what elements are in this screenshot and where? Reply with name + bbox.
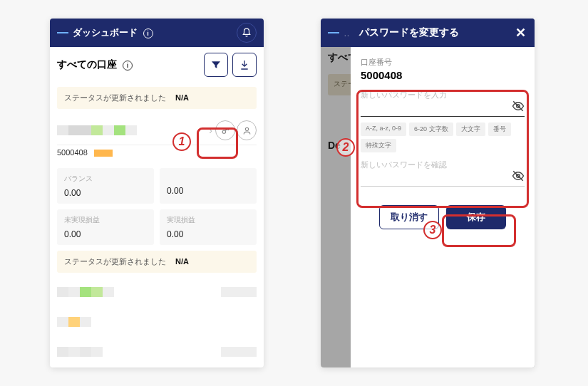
realized-card: 実現損益 0.00 — [160, 209, 257, 245]
unrealized-card: 未実現損益 0.00 — [57, 209, 154, 245]
account-color-blocks — [57, 125, 137, 135]
card-value: 0.00 — [64, 188, 147, 198]
input-placeholder: 新しいパスワードを確認 — [361, 160, 525, 170]
list-item — [57, 277, 257, 307]
status-banner: ステータスが更新されました N/A — [57, 251, 257, 273]
close-icon[interactable]: ✕ — [515, 25, 526, 41]
content-body: ステータスが更新されました N/A › — [50, 87, 264, 367]
button-label: 取り消す — [391, 211, 428, 224]
notifications-button[interactable] — [237, 23, 257, 43]
card-label: バランス — [64, 174, 147, 184]
save-button[interactable]: 保存 — [446, 205, 506, 229]
list-item — [57, 307, 257, 337]
account-number: 5000408 — [361, 69, 525, 81]
metrics-grid: バランス 0.00 0.00 未実現損益 0.00 実現損益 0.00 — [57, 168, 257, 245]
card-value: 0.00 — [167, 229, 249, 239]
change-password-button[interactable] — [215, 120, 235, 140]
input-placeholder: 新しいパスワードを入力 — [361, 90, 525, 100]
account-number-row: 5000408 — [57, 145, 257, 162]
status-banner: ステータスが更新されました N/A — [57, 87, 257, 109]
list-item — [57, 337, 257, 367]
section-title: すべての口座 i — [57, 58, 200, 71]
svg-point-0 — [222, 130, 225, 132]
req-chip: A-Z, a-z, 0-9 — [361, 122, 406, 136]
modal-action-row: 取り消す 保存 — [361, 205, 525, 229]
req-chip: 特殊文字 — [361, 139, 396, 152]
card-label: 実現損益 — [167, 215, 249, 225]
row-blocks — [57, 287, 114, 297]
eye-off-icon[interactable] — [512, 169, 525, 182]
account-tag — [94, 150, 113, 157]
status-value: N/A — [175, 93, 189, 102]
account-row: › — [57, 113, 257, 145]
header-title-text: ダッシュボード — [73, 27, 138, 38]
info-icon[interactable]: i — [143, 28, 153, 38]
filter-button[interactable] — [204, 53, 228, 77]
brand-mark — [57, 32, 68, 33]
row-blocks — [57, 347, 103, 357]
new-password-field[interactable]: 新しいパスワードを入力 — [361, 90, 525, 117]
row-value — [221, 317, 257, 327]
row-value — [221, 347, 257, 357]
status-value: N/A — [175, 257, 189, 266]
chevron-right-icon: › — [209, 125, 212, 136]
header-title: ダッシュボード i — [73, 26, 237, 39]
card-value: 0.00 — [167, 186, 249, 196]
info-icon[interactable]: i — [123, 61, 133, 71]
modal-header: パスワードを変更する ✕ — [351, 19, 535, 47]
card-label: 未実現損益 — [64, 215, 147, 225]
eye-off-icon[interactable] — [512, 100, 525, 113]
account-number: 5000408 — [57, 148, 88, 157]
annotation-marker-1: 1 — [172, 132, 191, 151]
svg-point-1 — [245, 127, 248, 130]
section-header: すべての口座 i — [50, 47, 264, 83]
modal-title: パスワードを変更する — [359, 26, 459, 39]
placeholder-rows — [57, 277, 257, 367]
brand-mark — [328, 32, 339, 33]
annotation-marker-2: 2 — [336, 138, 355, 157]
row-blocks — [57, 317, 91, 327]
balance-card: バランス 0.00 — [57, 168, 154, 204]
annotation-marker-3: 3 — [423, 221, 442, 239]
account-action-button[interactable] — [237, 120, 257, 140]
change-password-sheet: 口座番号 5000408 新しいパスワードを入力 A-Z, a-z, 0-9 6… — [351, 47, 535, 367]
req-chip: 番号 — [488, 122, 511, 136]
button-label: 保存 — [467, 211, 485, 224]
card-label — [167, 174, 249, 182]
req-chip: 6-20 文字数 — [409, 122, 453, 136]
confirm-password-field[interactable]: 新しいパスワードを確認 — [361, 160, 525, 187]
password-requirements: A-Z, a-z, 0-9 6-20 文字数 大文字 番号 特殊文字 — [361, 122, 525, 152]
status-text: ステータスが更新されました — [64, 93, 166, 102]
card-value: 0.00 — [64, 229, 147, 239]
export-button[interactable] — [232, 53, 257, 77]
blank-card: 0.00 — [160, 168, 257, 204]
screenshot-right: … すべて ステー De パスワードを変更する ✕ 口座番号 5000408 新… — [321, 19, 535, 367]
app-header: ダッシュボード i — [50, 19, 264, 47]
req-chip: 大文字 — [456, 122, 485, 136]
screenshot-left: ダッシュボード i すべての口座 i ステータスが更新されました N/A — [50, 19, 264, 367]
status-text: ステータスが更新されました — [64, 257, 166, 266]
section-title-text: すべての口座 — [57, 58, 117, 70]
account-label: 口座番号 — [361, 57, 525, 68]
row-value — [221, 287, 257, 297]
